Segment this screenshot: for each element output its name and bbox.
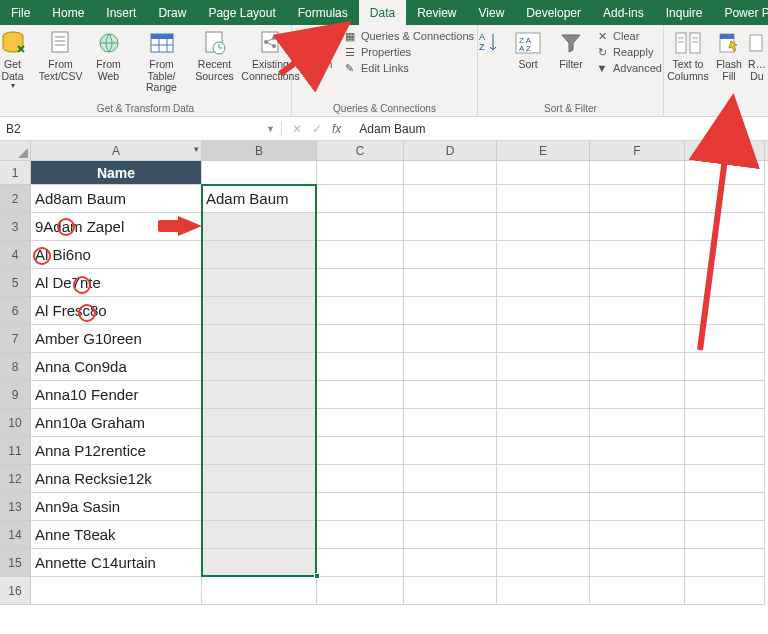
cell-D15[interactable] (404, 549, 497, 577)
cell-D8[interactable] (404, 353, 497, 381)
from-csv-button[interactable]: From Text/CSV (38, 27, 84, 82)
cell-C13[interactable] (317, 493, 404, 521)
row-header[interactable]: 10 (0, 409, 31, 437)
cell-D13[interactable] (404, 493, 497, 521)
cell-A4[interactable]: Al Bi6no (31, 241, 202, 269)
cell-F16[interactable] (590, 577, 685, 605)
select-all-corner[interactable] (0, 141, 31, 160)
cell-G5[interactable] (685, 269, 765, 297)
cell-C8[interactable] (317, 353, 404, 381)
fx-icon[interactable]: fx (332, 122, 341, 136)
tab-data[interactable]: Data (359, 0, 406, 25)
cell-C6[interactable] (317, 297, 404, 325)
cell-D2[interactable] (404, 185, 497, 213)
cell-F8[interactable] (590, 353, 685, 381)
cell-F10[interactable] (590, 409, 685, 437)
filter-button[interactable]: Filter (553, 27, 589, 71)
cell-B13[interactable] (202, 493, 317, 521)
cell-G9[interactable] (685, 381, 765, 409)
cell-A16[interactable] (31, 577, 202, 605)
row-header[interactable]: 2 (0, 185, 31, 213)
cell-A12[interactable]: Anna Recksie12k (31, 465, 202, 493)
cell-F2[interactable] (590, 185, 685, 213)
cell-D1[interactable] (404, 161, 497, 185)
cell-E2[interactable] (497, 185, 590, 213)
row-header[interactable]: 9 (0, 381, 31, 409)
cell-A15[interactable]: Annette C14urtain (31, 549, 202, 577)
flash-fill-button[interactable]: Flash Fill (713, 27, 745, 82)
get-data-button[interactable]: Get Data▾ (0, 27, 36, 91)
cell-G11[interactable] (685, 437, 765, 465)
row-header[interactable]: 16 (0, 577, 31, 605)
col-header-g[interactable]: G (685, 141, 765, 160)
cell-B11[interactable] (202, 437, 317, 465)
cell-E10[interactable] (497, 409, 590, 437)
text-to-columns-button[interactable]: Text to Columns (665, 27, 711, 82)
cell-E11[interactable] (497, 437, 590, 465)
properties-button[interactable]: ☰Properties (339, 45, 478, 59)
cell-A7[interactable]: Amber G10reen (31, 325, 202, 353)
cell-D16[interactable] (404, 577, 497, 605)
cell-E15[interactable] (497, 549, 590, 577)
cell-F14[interactable] (590, 521, 685, 549)
tab-developer[interactable]: Developer (515, 0, 592, 25)
cell-B4[interactable] (202, 241, 317, 269)
col-header-a[interactable]: A▾ (31, 141, 202, 160)
cell-E3[interactable] (497, 213, 590, 241)
name-box[interactable]: B2 ▼ (0, 122, 282, 136)
row-header[interactable]: 12 (0, 465, 31, 493)
cell-F9[interactable] (590, 381, 685, 409)
cell-G13[interactable] (685, 493, 765, 521)
cell-F7[interactable] (590, 325, 685, 353)
cell-G1[interactable] (685, 161, 765, 185)
cell-G15[interactable] (685, 549, 765, 577)
cell-B5[interactable] (202, 269, 317, 297)
cell-B16[interactable] (202, 577, 317, 605)
tab-page-layout[interactable]: Page Layout (197, 0, 286, 25)
cell-D4[interactable] (404, 241, 497, 269)
cell-F11[interactable] (590, 437, 685, 465)
cell-B7[interactable] (202, 325, 317, 353)
refresh-all-button[interactable]: Refresh All▾ (291, 27, 337, 91)
cell-F13[interactable] (590, 493, 685, 521)
sort-az-button[interactable]: AZ (475, 27, 503, 59)
formula-bar[interactable]: Adam Baum (351, 122, 768, 136)
row-header[interactable]: 3 (0, 213, 31, 241)
cell-D10[interactable] (404, 409, 497, 437)
cell-D14[interactable] (404, 521, 497, 549)
cell-C4[interactable] (317, 241, 404, 269)
from-table-button[interactable]: From Table/ Range (134, 27, 190, 94)
row-header[interactable]: 4 (0, 241, 31, 269)
cell-D11[interactable] (404, 437, 497, 465)
cell-E13[interactable] (497, 493, 590, 521)
cell-D5[interactable] (404, 269, 497, 297)
edit-links-button[interactable]: ✎Edit Links (339, 61, 478, 75)
cell-E5[interactable] (497, 269, 590, 297)
cell-G2[interactable] (685, 185, 765, 213)
cell-C11[interactable] (317, 437, 404, 465)
cell-F1[interactable] (590, 161, 685, 185)
row-header[interactable]: 15 (0, 549, 31, 577)
row-header[interactable]: 8 (0, 353, 31, 381)
cell-A13[interactable]: Ann9a Sasin (31, 493, 202, 521)
cell-C9[interactable] (317, 381, 404, 409)
tab-file[interactable]: File (0, 0, 41, 25)
cell-G6[interactable] (685, 297, 765, 325)
col-header-c[interactable]: C (317, 141, 404, 160)
tab-home[interactable]: Home (41, 0, 95, 25)
clear-filter-button[interactable]: ✕Clear (591, 29, 666, 43)
cell-A1[interactable]: Name (31, 161, 202, 185)
cell-B12[interactable] (202, 465, 317, 493)
cell-G4[interactable] (685, 241, 765, 269)
cell-G14[interactable] (685, 521, 765, 549)
cell-G12[interactable] (685, 465, 765, 493)
cell-C3[interactable] (317, 213, 404, 241)
tab-insert[interactable]: Insert (95, 0, 147, 25)
cell-B9[interactable] (202, 381, 317, 409)
cell-B2[interactable]: Adam Baum (202, 185, 317, 213)
cell-B3[interactable] (202, 213, 317, 241)
cell-A10[interactable]: Ann10a Graham (31, 409, 202, 437)
tab-inquire[interactable]: Inquire (655, 0, 714, 25)
cell-A11[interactable]: Anna P12rentice (31, 437, 202, 465)
cell-C5[interactable] (317, 269, 404, 297)
